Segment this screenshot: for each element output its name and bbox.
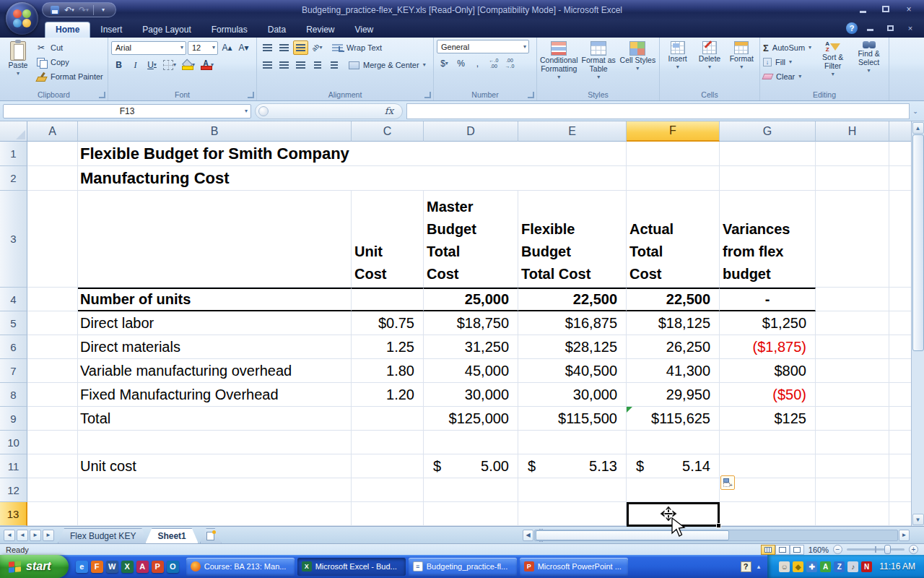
quick-launch-excel-icon[interactable]: X: [121, 561, 134, 573]
insert-function-button[interactable]: [258, 106, 269, 116]
cell-D11[interactable]: $5.00: [424, 454, 518, 478]
cell-H13[interactable]: [816, 502, 889, 526]
sheet-nav-first-icon[interactable]: ◄: [4, 530, 15, 541]
number-format-combo[interactable]: General▾: [437, 40, 529, 53]
cell-E13[interactable]: [518, 502, 627, 526]
decrease-decimal-button[interactable]: .00→.0: [502, 57, 517, 71]
cell-D12[interactable]: [424, 478, 518, 502]
cell-G5[interactable]: $1,250: [720, 311, 816, 335]
workbook-minimize-button[interactable]: [862, 23, 878, 33]
cell-C3[interactable]: Unit Cost: [352, 191, 424, 288]
row-header-6[interactable]: 6: [0, 335, 27, 359]
cell-G11[interactable]: [720, 454, 816, 478]
cell-G3[interactable]: Variances from flex budget: [720, 191, 816, 288]
cell-G1[interactable]: [720, 142, 816, 166]
shield-icon[interactable]: ◆: [793, 561, 803, 572]
cell-E1[interactable]: [518, 142, 627, 166]
column-header-D[interactable]: D: [424, 121, 518, 142]
font-dialog-launcher[interactable]: [248, 92, 254, 98]
undo-button[interactable]: ↶▾: [63, 4, 76, 16]
select-all-corner[interactable]: [0, 121, 27, 142]
row-header-13[interactable]: 13: [0, 502, 27, 526]
cell-A12[interactable]: [27, 478, 78, 502]
zoom-slider[interactable]: [847, 548, 905, 551]
column-header-F[interactable]: F: [627, 121, 720, 142]
cell-E4[interactable]: 22,500: [518, 288, 627, 311]
quick-launch-internet-explorer-icon[interactable]: e: [76, 561, 88, 573]
middle-align-button[interactable]: [276, 40, 292, 55]
row-header-5[interactable]: 5: [0, 311, 27, 335]
cell-E2[interactable]: [518, 166, 627, 191]
ribbon-tab-view[interactable]: View: [344, 22, 383, 38]
name-box-dropdown-icon[interactable]: ▾: [245, 108, 248, 114]
cell-C10[interactable]: [352, 431, 424, 454]
cell-B5[interactable]: Direct labor: [78, 311, 352, 335]
novell-icon[interactable]: N: [861, 561, 872, 572]
cell-F9[interactable]: $115,625: [627, 407, 720, 431]
cell-G10[interactable]: [720, 431, 816, 454]
cell-H8[interactable]: [816, 383, 889, 407]
cell-G8[interactable]: ($50): [720, 383, 816, 407]
ribbon-tab-review[interactable]: Review: [296, 22, 344, 38]
zoom-level[interactable]: 160%: [808, 545, 829, 554]
z-app-icon[interactable]: Z: [834, 561, 845, 572]
cell-H12[interactable]: [816, 478, 889, 502]
insert-cells-button[interactable]: Insert ▾: [663, 40, 692, 89]
align-center-button[interactable]: [276, 58, 292, 72]
cell-F10[interactable]: [627, 431, 720, 454]
ribbon-tab-data[interactable]: Data: [258, 22, 296, 38]
accounting-format-button[interactable]: $▾: [437, 56, 452, 71]
cell-F5[interactable]: $18,125: [627, 311, 720, 335]
decrease-indent-button[interactable]: [310, 58, 325, 72]
underline-button[interactable]: U▾: [144, 58, 160, 72]
cell-D4[interactable]: 25,000: [424, 288, 518, 311]
cell-D8[interactable]: 30,000: [424, 383, 518, 407]
cell-A2[interactable]: [27, 166, 78, 191]
top-align-button[interactable]: [260, 40, 275, 55]
quick-launch-firefox-icon[interactable]: F: [91, 561, 103, 573]
paste-options-smart-tag[interactable]: +: [720, 475, 735, 490]
workbook-close-button[interactable]: ×: [902, 23, 918, 33]
cell-E3[interactable]: Flexible Budget Total Cost: [518, 191, 627, 288]
cell-F8[interactable]: 29,950: [627, 383, 720, 407]
ribbon-tab-page-layout[interactable]: Page Layout: [132, 22, 201, 38]
cell-B1[interactable]: Flexible Budget for Smith Company: [78, 142, 518, 166]
row-header-4[interactable]: 4: [0, 288, 27, 311]
cell-A3[interactable]: [27, 191, 78, 288]
sheet-tab-sheet1[interactable]: Sheet1: [145, 528, 198, 543]
cell-E10[interactable]: [518, 431, 627, 454]
normal-view-button[interactable]: [761, 545, 775, 555]
cell-B6[interactable]: Direct materials: [78, 335, 352, 359]
task-button-excel[interactable]: XMicrosoft Excel - Bud...: [297, 558, 406, 576]
cell-A7[interactable]: [27, 359, 78, 383]
cell-E5[interactable]: $16,875: [518, 311, 627, 335]
cell-B4[interactable]: Number of units: [78, 288, 352, 311]
font-name-combo[interactable]: Arial▾: [111, 41, 186, 55]
zoom-out-button[interactable]: −: [833, 545, 842, 554]
help-button[interactable]: ?: [846, 22, 858, 34]
cell-G13[interactable]: [720, 502, 816, 526]
cell-H7[interactable]: [816, 359, 889, 383]
messenger-icon[interactable]: ☺: [779, 561, 790, 572]
cell-A10[interactable]: [27, 431, 78, 454]
cell-A5[interactable]: [27, 311, 78, 335]
start-button[interactable]: start: [0, 555, 69, 578]
task-button-firefox[interactable]: Course: BA 213: Man...: [186, 558, 295, 576]
merge-center-button[interactable]: Merge & Center▾: [349, 59, 426, 72]
save-button[interactable]: [48, 4, 61, 16]
cell-H9[interactable]: [816, 407, 889, 431]
format-cells-button[interactable]: Format ▾: [727, 40, 757, 89]
cell-C7[interactable]: 1.80: [352, 359, 424, 383]
row-header-11[interactable]: 11: [0, 454, 27, 478]
format-painter-button[interactable]: Format Painter: [35, 70, 103, 83]
zoom-slider-thumb[interactable]: [884, 545, 891, 554]
column-header-G[interactable]: G: [720, 121, 816, 142]
cell-A9[interactable]: [27, 407, 78, 431]
bold-button[interactable]: B: [111, 58, 126, 72]
column-header-E[interactable]: E: [518, 121, 627, 142]
row-header-7[interactable]: 7: [0, 359, 27, 383]
cell-H1[interactable]: [816, 142, 889, 166]
formula-input[interactable]: [406, 103, 910, 119]
font-color-button[interactable]: A▾: [199, 58, 216, 72]
cell-A6[interactable]: [27, 335, 78, 359]
